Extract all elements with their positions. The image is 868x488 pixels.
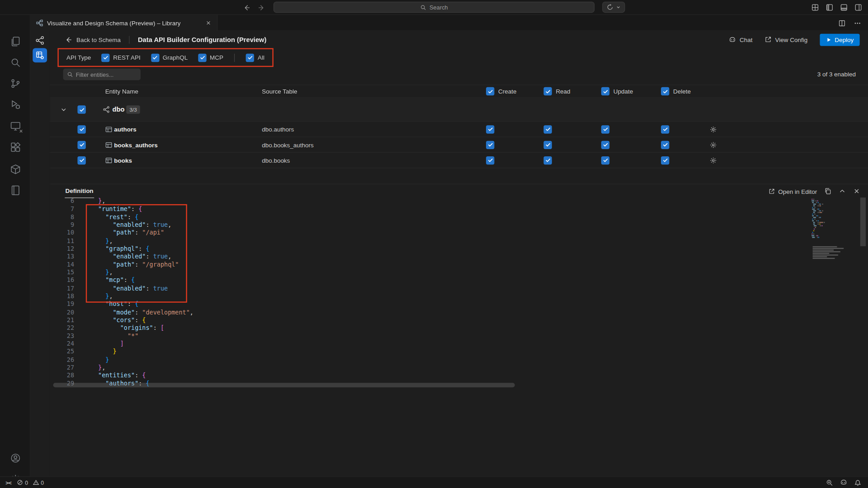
api-option-mcp[interactable]: MCP (198, 53, 223, 61)
customize-layout-icon[interactable] (811, 3, 819, 11)
chat-button[interactable]: Chat (728, 36, 752, 43)
close-icon[interactable] (205, 20, 211, 26)
code-line: 26 } (50, 356, 868, 364)
api-option-checkbox[interactable] (198, 53, 206, 61)
entity-settings-button[interactable] (710, 141, 717, 148)
read-checkbox[interactable] (543, 125, 552, 133)
api-option-graphql[interactable]: GraphQL (151, 53, 188, 61)
split-editor-icon[interactable] (838, 19, 846, 27)
vertical-scrollbar[interactable] (860, 197, 866, 246)
update-checkbox[interactable] (601, 141, 609, 149)
chevron-down-icon[interactable] (60, 106, 67, 113)
history-forward-button[interactable] (256, 2, 267, 13)
copilot-status-icon[interactable] (840, 479, 848, 486)
toggle-sidebar-right-icon[interactable] (854, 3, 862, 11)
notifications-bell-icon[interactable] (854, 479, 861, 486)
table-row[interactable]: books_authorsdbo.books_authors (50, 136, 868, 152)
line-content: "host": { (74, 300, 138, 309)
delete-checkbox[interactable] (661, 141, 669, 149)
table-icon (105, 126, 113, 133)
horizontal-scrollbar[interactable] (53, 383, 515, 387)
delete-checkbox[interactable] (661, 125, 669, 133)
source-table: dbo.books (262, 157, 290, 164)
filter-entities-input-box[interactable] (63, 69, 141, 80)
group-select-checkbox[interactable] (77, 105, 85, 113)
select-all-delete-checkbox[interactable] (661, 87, 669, 95)
create-checkbox[interactable] (486, 125, 494, 133)
problems-status[interactable]: 0 0 (17, 479, 44, 486)
line-content: }, (74, 197, 105, 206)
filter-entities-input[interactable] (76, 71, 137, 78)
deploy-button[interactable]: Deploy (820, 33, 859, 46)
line-content: ] (74, 340, 124, 348)
definition-code-editor[interactable]: 6 },7 "runtime": {8 "rest": {9 "enabled"… (50, 197, 868, 391)
definition-tab[interactable]: Definition (65, 184, 94, 198)
command-center-search[interactable]: Search (274, 2, 594, 13)
update-checkbox[interactable] (601, 125, 609, 133)
source-control-icon[interactable] (9, 77, 22, 89)
entities-table-header: Entity Name Source Table Create Read Upd… (50, 84, 868, 98)
entity-settings-button[interactable] (710, 126, 717, 133)
row-select-checkbox[interactable] (77, 141, 85, 149)
view-config-button[interactable]: View Config (764, 36, 807, 43)
row-select-checkbox[interactable] (77, 125, 85, 133)
line-content: "origins": [ (74, 324, 164, 333)
source-table: dbo.authors (262, 126, 294, 133)
line-content: "*" (74, 332, 138, 340)
update-checkbox[interactable] (601, 156, 609, 164)
remote-explorer-icon[interactable] (9, 120, 22, 132)
create-checkbox[interactable] (486, 156, 494, 164)
select-all-update-checkbox[interactable] (601, 87, 609, 95)
close-icon[interactable] (853, 188, 860, 195)
search-icon[interactable] (9, 56, 22, 69)
history-back-button[interactable] (241, 2, 252, 13)
toggle-sidebar-left-icon[interactable] (826, 3, 834, 11)
copy-icon[interactable] (824, 188, 831, 195)
api-option-checkbox[interactable] (102, 53, 110, 61)
line-number: 7 (50, 206, 74, 214)
run-debug-icon[interactable] (9, 99, 22, 111)
delete-checkbox[interactable] (661, 156, 669, 164)
back-to-schema-button[interactable]: Back to Schema (65, 36, 121, 43)
table-row[interactable]: authorsdbo.authors (50, 121, 868, 136)
select-all-create-checkbox[interactable] (486, 87, 494, 95)
source-table: dbo.books_authors (262, 141, 314, 148)
dab-config-tool-selected[interactable] (33, 48, 47, 63)
row-select-checkbox[interactable] (77, 156, 85, 164)
tab-schema-designer[interactable]: Visualize and Design Schema (Preview) – … (30, 15, 217, 31)
api-option-all[interactable]: All (246, 53, 264, 61)
minimap[interactable] (809, 199, 859, 265)
create-checkbox[interactable] (486, 141, 494, 149)
notebook-icon[interactable] (9, 184, 22, 197)
table-icon (105, 157, 113, 164)
api-option-checkbox[interactable] (246, 53, 254, 61)
zoom-in-icon[interactable] (826, 479, 833, 486)
chat-label: Chat (740, 36, 752, 43)
remote-indicator-icon[interactable]: >< (5, 479, 11, 485)
copilot-sessions-button[interactable] (602, 2, 625, 13)
api-option-rest-api[interactable]: REST API (102, 53, 141, 61)
code-line: 25 } (50, 348, 868, 356)
table-row[interactable]: booksdbo.books (50, 152, 868, 168)
schema-group-row[interactable]: dbo 3/3 (50, 98, 868, 121)
chevron-up-icon[interactable] (839, 188, 846, 195)
toggle-panel-icon[interactable] (840, 3, 848, 11)
entity-settings-button[interactable] (710, 157, 717, 164)
explorer-icon[interactable] (9, 35, 22, 47)
read-checkbox[interactable] (543, 141, 552, 149)
visualize-schema-icon[interactable] (35, 35, 45, 45)
select-all-read-checkbox[interactable] (543, 87, 552, 95)
open-external-icon (764, 36, 772, 43)
line-number: 19 (50, 300, 74, 309)
api-option-label: GraphQL (163, 54, 188, 61)
group-count-badge: 3/3 (126, 105, 140, 113)
api-option-checkbox[interactable] (151, 53, 159, 61)
line-number: 11 (50, 237, 74, 245)
open-in-editor-button[interactable]: Open in Editor (768, 188, 817, 195)
accounts-icon[interactable] (9, 452, 22, 464)
database-projects-icon[interactable] (9, 163, 22, 175)
more-actions-icon[interactable] (854, 19, 861, 27)
extensions-icon[interactable] (9, 141, 22, 153)
dab-config-panel: Back to Schema Data API Builder Configur… (50, 31, 868, 477)
read-checkbox[interactable] (543, 156, 552, 164)
